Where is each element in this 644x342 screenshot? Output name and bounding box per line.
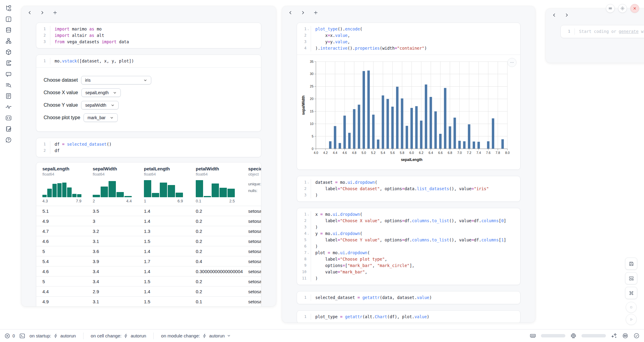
collapse-right-icon[interactable]: [301, 10, 305, 15]
table-row[interactable]: 53.41.50.2setosa: [36, 276, 261, 287]
empty-cell[interactable]: 1 Start coding or generate with AI: [560, 25, 644, 38]
column-header[interactable]: sepalWidthfloat6424.4: [93, 166, 144, 203]
help-icon[interactable]: [5, 137, 12, 143]
command-palette-button[interactable]: [625, 287, 637, 299]
line-number: 2: [297, 186, 311, 192]
code-text: x = mo.ui.dropdown(: [311, 211, 366, 218]
fold-icon[interactable]: ⌄: [306, 211, 310, 218]
svg-text:15: 15: [310, 109, 313, 113]
file-tree-icon[interactable]: [5, 5, 12, 12]
menu-button[interactable]: [606, 4, 615, 13]
table-row[interactable]: 4.42.91.40.2setosa: [36, 287, 261, 297]
on-startup-setting[interactable]: on startup: autorun: [30, 333, 76, 338]
fold-icon[interactable]: ⌄: [306, 179, 310, 186]
chatbot-icon[interactable]: [5, 71, 12, 77]
stop-button[interactable]: [626, 302, 637, 313]
table-row[interactable]: 4.73.21.30.2setosa: [36, 226, 261, 236]
bar: [453, 118, 456, 149]
dependency-graph-icon[interactable]: [5, 38, 12, 45]
table-cell: 3: [93, 216, 144, 226]
collapse-left-icon[interactable]: [27, 10, 32, 15]
column-header[interactable]: petalWidthfloat640.12.5: [196, 166, 248, 203]
table-cell: 4.7: [42, 226, 93, 236]
notebook-column-3: 1 Start coding or generate with AI: [546, 9, 644, 63]
column-histogram: [93, 180, 132, 197]
code-line: 1 import marimo as mo: [36, 26, 261, 32]
shutdown-button[interactable]: [630, 4, 639, 13]
range-max: 7.9: [76, 199, 81, 203]
column-range: 0.12.5: [196, 199, 235, 203]
package-icon[interactable]: [5, 49, 12, 55]
svg-text:10: 10: [310, 122, 313, 126]
column-dtype: object: [248, 172, 261, 176]
column-header[interactable]: sepalLengthfloat644.37.9: [42, 166, 93, 203]
table-row[interactable]: 53.61.40.2setosa: [36, 246, 261, 256]
code-line: 9 options=["mark_bar", "mark_circle"],: [297, 262, 520, 269]
collapse-left-icon[interactable]: [288, 10, 293, 15]
dataset-dropdown-cell[interactable]: 1⌄dataset = mo.ui.dropdown(2 label="Choo…: [297, 176, 521, 202]
run-button[interactable]: [626, 314, 637, 325]
svg-text:6.4: 6.4: [428, 151, 433, 155]
table-row[interactable]: 5.43.91.70.4setosa: [36, 256, 261, 266]
collapse-right-icon[interactable]: [40, 10, 45, 15]
add-cell-icon[interactable]: [52, 10, 58, 15]
copilot-icon[interactable]: [622, 333, 628, 339]
terminal-icon[interactable]: [19, 333, 25, 339]
table-cell: 5: [42, 276, 93, 286]
document-icon[interactable]: [5, 93, 12, 99]
logs-icon[interactable]: [5, 82, 12, 88]
choose-x-value-select[interactable]: sepalLength: [81, 88, 121, 97]
choose-plot-type-select[interactable]: mark_bar: [84, 113, 118, 122]
chart-menu-button[interactable]: [507, 58, 517, 67]
layout-button[interactable]: [625, 272, 637, 284]
plot-cell[interactable]: 1⌄plot_type().encode(2 x=x.value,3 y=y.v…: [297, 23, 521, 170]
script-icon[interactable]: [5, 60, 12, 66]
on-cell-change-setting[interactable]: on cell change: autorun: [91, 333, 146, 338]
collapse-right-icon[interactable]: [564, 13, 569, 17]
table-row[interactable]: 4.63.11.50.2setosa: [36, 236, 261, 246]
save-button[interactable]: [625, 258, 637, 270]
choose-y-value-select[interactable]: sepalWidth: [81, 101, 118, 109]
status-bar: 0 on startup: autorun on cell change: au…: [0, 329, 644, 342]
fold-icon[interactable]: ⌄: [306, 26, 310, 32]
svg-text:7.4: 7.4: [476, 151, 481, 155]
bar: [410, 108, 413, 149]
table-row[interactable]: 4.93.11.50.1setosa: [36, 297, 261, 306]
ai-sparkles-icon[interactable]: [611, 333, 617, 339]
database-icon[interactable]: [5, 27, 12, 34]
bar: [501, 139, 504, 149]
table-row[interactable]: 4.931.40.2setosa: [36, 216, 261, 226]
table-cell: 0.1: [196, 297, 248, 306]
svg-text:4.4: 4.4: [333, 151, 337, 155]
plot-type-cell[interactable]: 1 plot_type = getattr(alt.Chart(df), plo…: [297, 310, 521, 322]
choose-dataset-select[interactable]: iris: [81, 76, 151, 84]
functions-icon[interactable]: f: [5, 16, 12, 23]
add-cell-icon[interactable]: [313, 10, 318, 15]
table-row[interactable]: 5.13.51.40.2setosa: [36, 206, 261, 216]
settings-button[interactable]: [618, 4, 627, 13]
fold-icon[interactable]: ⌄: [306, 230, 310, 237]
table-cell: 0.2: [196, 216, 248, 226]
range-max: 2.5: [229, 199, 235, 203]
selected-dataset-cell[interactable]: 1 selected_dataset = getattr(data, datas…: [297, 291, 521, 304]
snippets-icon[interactable]: [5, 115, 12, 121]
line-number: 8: [297, 256, 311, 262]
column-header[interactable]: petalLengthfloat6416.9: [144, 166, 196, 203]
scratchpad-icon[interactable]: [5, 126, 12, 132]
code-text: ): [311, 275, 321, 282]
table-row[interactable]: 4.63.41.40.30000000000000004setosa: [36, 266, 261, 276]
column-header[interactable]: speciesobjectunique:nulls:: [248, 166, 261, 203]
activity-icon[interactable]: [5, 104, 12, 110]
imports-cell[interactable]: 1 import marimo as mo2 import altair as …: [36, 23, 261, 48]
fold-icon[interactable]: ⌄: [306, 250, 310, 256]
xy-plot-dropdowns-cell[interactable]: 1⌄x = mo.ui.dropdown(2 label="Choose X v…: [297, 208, 521, 285]
on-module-change-setting[interactable]: on module change: autorun: [161, 333, 231, 338]
error-indicator[interactable]: 0: [4, 333, 15, 339]
histogram-bar: [52, 184, 57, 197]
collapse-left-icon[interactable]: [552, 13, 556, 17]
line-number: 3: [297, 224, 311, 230]
df-cell[interactable]: 1 df = selected_dataset()2 df: [36, 138, 261, 157]
svg-text:7.0: 7.0: [457, 151, 462, 155]
vstack-cell[interactable]: 1 mo.vstack([dataset, x, y, plot]) Choos…: [36, 55, 261, 132]
connection-status-icon[interactable]: [633, 333, 640, 339]
